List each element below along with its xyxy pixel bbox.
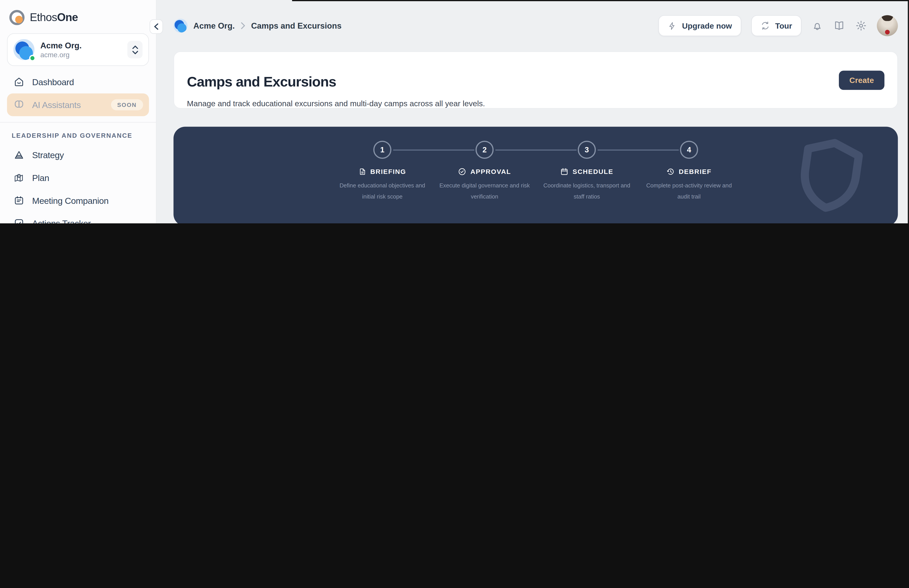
create-button[interactable]: Create	[839, 71, 885, 90]
org-name: Acme Org.	[40, 40, 121, 50]
step-debrief: 4 DEBRIEF Complete post-activity review …	[638, 137, 740, 202]
ethosone-logo-icon	[9, 10, 24, 25]
chevron-up-down-icon	[132, 45, 138, 54]
sidebar-nav: Dashboard AI Assistants SOON LEADERSHIP …	[0, 69, 156, 223]
app-window: EthosOne Acme Org. acme.org Dashboard	[0, 0, 909, 223]
history-clock-icon	[666, 168, 674, 176]
step-number: 4	[680, 141, 698, 159]
step-briefing: 1 BRIEFING Define educational objectives…	[332, 137, 433, 202]
step-description: Complete post-activity review and audit …	[642, 180, 736, 202]
sidebar-item-label: Meeting Companion	[32, 195, 108, 206]
sidebar-item-label: Actions Tracker	[32, 218, 91, 223]
sidebar-item-dashboard[interactable]: Dashboard	[7, 71, 149, 94]
user-avatar[interactable]	[877, 15, 898, 36]
sidebar-item-label: Plan	[32, 173, 49, 183]
lightning-icon	[668, 21, 677, 30]
chevron-right-icon	[241, 22, 245, 29]
refresh-arrows-icon	[760, 21, 770, 31]
step-number: 3	[577, 141, 596, 159]
sidebar-collapse-button[interactable]	[150, 19, 163, 34]
page-header: Camps and Excursions Manage and track ed…	[173, 52, 898, 109]
brand-logo: EthosOne	[0, 0, 156, 31]
gear-icon[interactable]	[855, 20, 867, 31]
calendar-notes-icon	[13, 195, 24, 207]
org-domain: acme.org	[40, 50, 121, 59]
step-label: DEBRIEF	[679, 168, 712, 175]
step-description: Execute digital governance and risk veri…	[438, 180, 531, 202]
open-book-icon[interactable]	[833, 20, 845, 31]
org-selector[interactable]: Acme Org. acme.org	[7, 33, 149, 66]
soon-badge: SOON	[111, 99, 143, 110]
screen-edge	[292, 0, 909, 1]
breadcrumb-org[interactable]: Acme Org.	[193, 21, 235, 31]
bell-icon[interactable]	[811, 20, 823, 31]
page-subtitle: Manage and track educational excursions …	[187, 99, 885, 108]
sidebar-item-ai-assistants[interactable]: AI Assistants SOON	[7, 94, 149, 116]
step-label: APPROVAL	[471, 168, 511, 175]
sidebar-item-actions-tracker[interactable]: Actions Tracker	[7, 212, 149, 223]
breadcrumb-current[interactable]: Camps and Excursions	[251, 21, 341, 31]
workflow-stepper: 1 BRIEFING Define educational objectives…	[332, 137, 740, 202]
org-avatar-small	[173, 19, 188, 32]
online-status-dot	[29, 55, 36, 61]
brand-name: EthosOne	[30, 11, 78, 24]
home-icon	[13, 76, 24, 88]
pyramid-icon	[13, 149, 24, 161]
section-title: LEADERSHIP AND GOVERNANCE	[12, 132, 144, 139]
sidebar-item-label: Strategy	[32, 150, 64, 160]
step-label: BRIEFING	[370, 168, 406, 175]
step-number: 2	[476, 141, 494, 159]
shield-watermark-icon	[788, 131, 873, 222]
step-description: Define educational objectives and initia…	[336, 180, 429, 202]
step-approval: 2 APPROVAL Execute digital governance an…	[433, 137, 536, 202]
topbar-actions: Upgrade now Tour	[659, 15, 898, 36]
sidebar-item-label: Dashboard	[32, 77, 74, 87]
step-description: Coordinate logistics, transport and staf…	[540, 180, 634, 202]
workflow-banner: 1 BRIEFING Define educational objectives…	[173, 127, 898, 223]
chevron-left-icon	[154, 23, 159, 30]
sidebar-item-label: AI Assistants	[32, 100, 81, 110]
upgrade-now-button[interactable]: Upgrade now	[659, 15, 741, 36]
sidebar-item-meeting-companion[interactable]: Meeting Companion	[7, 189, 149, 212]
step-label: SCHEDULE	[573, 168, 613, 175]
brain-icon	[13, 99, 24, 111]
step-number: 1	[373, 141, 391, 159]
step-schedule: 3 SCHEDULE Coordinate logistics, transpo…	[536, 137, 638, 202]
sidebar-section: LEADERSHIP AND GOVERNANCE Strategy Plan	[0, 122, 156, 223]
check-circle-icon	[458, 168, 466, 176]
org-avatar	[13, 39, 35, 60]
tour-button[interactable]: Tour	[751, 15, 801, 36]
sidebar-item-strategy[interactable]: Strategy	[7, 144, 149, 166]
main-content: Acme Org. Camps and Excursions Upgrade n…	[157, 0, 909, 223]
calendar-icon	[560, 168, 569, 176]
file-text-icon	[359, 168, 366, 176]
page-title: Camps and Excursions	[187, 74, 885, 90]
checkbox-icon	[13, 218, 24, 223]
breadcrumb: Acme Org. Camps and Excursions	[173, 19, 341, 32]
map-pin-icon	[13, 172, 24, 184]
screen-edge	[908, 0, 909, 223]
org-switcher-button[interactable]	[128, 41, 142, 58]
sidebar: EthosOne Acme Org. acme.org Dashboard	[0, 0, 157, 223]
sidebar-item-plan[interactable]: Plan	[7, 166, 149, 189]
topbar: Acme Org. Camps and Excursions Upgrade n…	[173, 0, 898, 52]
